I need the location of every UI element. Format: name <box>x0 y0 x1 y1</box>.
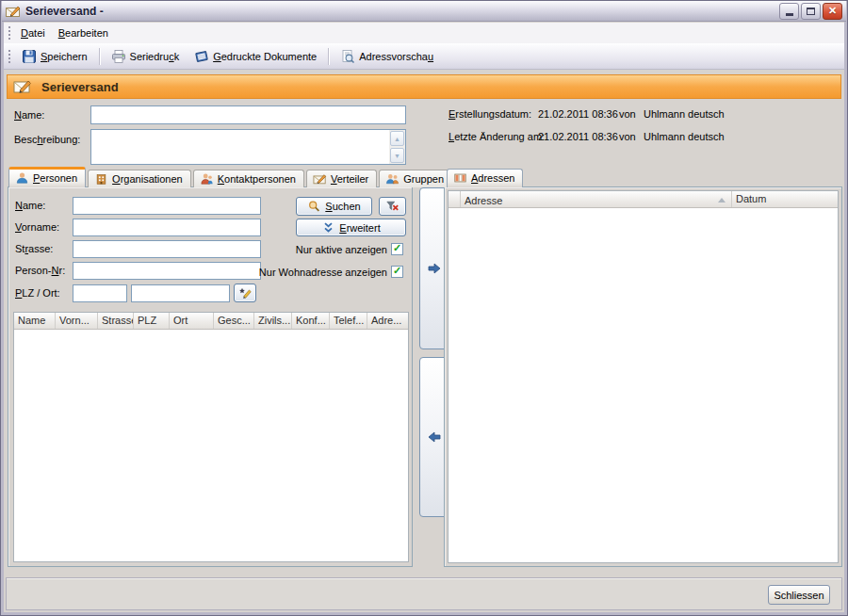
tab-personen-label: Personen <box>33 172 77 184</box>
serieversand-window: Serieversand - ✕ Datei Bearbeiten Speich… <box>0 0 848 616</box>
letzte-aenderung-label: Letzte Änderung am: <box>448 131 545 142</box>
person-table-body[interactable] <box>14 330 408 561</box>
col-strasse[interactable]: Strasse <box>98 313 134 329</box>
search-strasse-label: Strasse: <box>15 243 53 254</box>
titlebar[interactable]: Serieversand - ✕ <box>2 1 846 22</box>
tab-organisationen[interactable]: Organisationen <box>88 170 191 187</box>
minimize-icon <box>786 13 793 16</box>
search-vorname-input[interactable] <box>73 219 261 236</box>
name-input[interactable] <box>90 105 406 124</box>
person-result-list: Name Vorn... Strasse PLZ Ort Gesc... Ziv… <box>13 312 409 562</box>
gedruckte-dokumente-button[interactable]: Gedruckte Dokumente <box>187 45 324 68</box>
close-button[interactable]: ✕ <box>823 3 842 20</box>
tab-personen[interactable]: Personen <box>8 167 86 187</box>
address-table-icon <box>453 171 467 185</box>
col-vorname[interactable]: Vorn... <box>56 313 98 329</box>
nur-aktive-row: Nur aktive anzeigen <box>296 243 403 255</box>
toolbar-grip[interactable] <box>8 50 10 63</box>
erstellungsdatum-value: 21.02.2011 08:36 <box>538 108 618 120</box>
person-table-header: Name Vorn... Strasse PLZ Ort Gesc... Ziv… <box>14 313 408 330</box>
beschreibung-input[interactable] <box>91 130 389 164</box>
beschreibung-scrollbar[interactable]: ▲ ▼ <box>389 130 405 164</box>
speichern-label: Speichern <box>41 51 88 62</box>
letzte-aenderung-user: Uhlmann deutsch <box>644 131 725 142</box>
col-adresse[interactable]: Adre... <box>367 313 408 329</box>
search-vorname-label: Vorname: <box>15 221 59 233</box>
menubar-grip[interactable] <box>8 26 10 40</box>
personen-panel: Name: Vorname: Strasse: Person-Nr: PLZ /… <box>8 186 413 567</box>
col-selector[interactable] <box>448 191 461 207</box>
menu-datei[interactable]: Datei <box>14 24 52 41</box>
letzte-aenderung-von: von <box>619 131 636 142</box>
window-controls: ✕ <box>779 3 842 20</box>
search-plzort-label: PLZ / Ort: <box>15 287 60 299</box>
col-konfession[interactable]: Konf... <box>292 313 330 329</box>
search-plz-input[interactable] <box>73 284 127 302</box>
toolbar-separator <box>99 48 100 65</box>
scroll-up-icon[interactable]: ▲ <box>390 131 404 146</box>
search-ort-input[interactable] <box>131 284 230 302</box>
tab-verteiler[interactable]: Verteiler <box>306 170 377 187</box>
col-ort[interactable]: Ort <box>170 313 214 329</box>
adressvorschau-button[interactable]: Adressvorschau <box>333 45 441 68</box>
mail-pencil-icon <box>13 78 32 95</box>
col-telefon[interactable]: Telef... <box>330 313 367 329</box>
col-zivilstand[interactable]: Zivils... <box>254 313 292 329</box>
organisation-icon <box>94 172 108 186</box>
gedruckte-dokumente-label: Gedruckte Dokumente <box>213 51 317 62</box>
search-personnr-input[interactable] <box>73 262 261 280</box>
beschreibung-label: Beschreibung: <box>14 134 80 145</box>
tab-adressen[interactable]: Adressen <box>447 169 523 187</box>
clear-filter-icon <box>385 200 400 213</box>
nur-wohnadresse-label: Nur Wohnadresse anzeigen <box>259 267 387 278</box>
scroll-down-icon[interactable]: ▼ <box>390 148 404 163</box>
ort-wizard-button[interactable] <box>234 284 256 302</box>
speichern-button[interactable]: Speichern <box>14 45 95 68</box>
maximize-icon <box>807 8 815 15</box>
nur-aktive-checkbox[interactable] <box>391 243 403 255</box>
erweitert-label: Erweitert <box>339 222 380 234</box>
erstellungsdatum-von: von <box>619 108 636 120</box>
toolbar-separator <box>328 48 329 65</box>
preview-icon <box>340 49 355 64</box>
search-strasse-input[interactable] <box>73 240 261 258</box>
arrow-left-icon <box>427 430 442 444</box>
contact-person-icon <box>200 172 214 186</box>
bottom-bar: Schliessen <box>6 577 842 610</box>
beschreibung-field: ▲ ▼ <box>90 129 406 165</box>
col-adresse[interactable]: Adresse <box>461 191 732 207</box>
name-label: Name: <box>14 109 44 121</box>
adressen-panel: Adresse Datum <box>444 186 842 567</box>
erstellungsdatum-label: Erstellungsdatum: <box>448 108 531 120</box>
tab-kontaktpersonen[interactable]: Kontaktpersonen <box>193 170 304 187</box>
letzte-aenderung-value: 21.02.2011 08:36 <box>538 131 618 142</box>
col-datum[interactable]: Datum <box>732 191 838 207</box>
tab-gruppen[interactable]: Gruppen <box>379 170 452 187</box>
col-geschlecht[interactable]: Gesc... <box>214 313 254 329</box>
col-plz[interactable]: PLZ <box>134 313 170 329</box>
search-name-input[interactable] <box>73 197 261 215</box>
address-list: Adresse Datum <box>448 190 839 563</box>
nur-wohnadresse-checkbox[interactable] <box>391 266 403 278</box>
suchen-button[interactable]: Suchen <box>296 197 372 216</box>
search-icon <box>307 200 321 213</box>
page-title: Serieversand <box>41 80 119 94</box>
maximize-button[interactable] <box>801 3 821 20</box>
tab-gruppen-label: Gruppen <box>403 173 444 185</box>
sort-ascending-icon <box>718 198 726 203</box>
tab-verteiler-label: Verteiler <box>331 173 368 185</box>
minimize-button[interactable] <box>779 3 799 20</box>
clear-filter-button[interactable] <box>379 197 406 216</box>
nur-wohnadresse-row: Nur Wohnadresse anzeigen <box>259 266 403 278</box>
erstellungsdatum-user: Uhlmann deutsch <box>644 108 725 120</box>
search-personnr-label: Person-Nr: <box>15 265 65 276</box>
toolbar: Speichern Seriedruck Gedruckte Dokumente… <box>4 43 844 70</box>
address-table-body[interactable] <box>448 208 838 562</box>
menubar: Datei Bearbeiten <box>4 23 844 43</box>
group-icon <box>385 172 400 186</box>
seriedruck-button[interactable]: Seriedruck <box>104 45 188 68</box>
erweitert-button[interactable]: Erweitert <box>296 219 406 236</box>
col-name[interactable]: Name <box>14 313 56 329</box>
menu-bearbeiten[interactable]: Bearbeiten <box>52 24 115 41</box>
schliessen-button[interactable]: Schliessen <box>768 585 830 605</box>
